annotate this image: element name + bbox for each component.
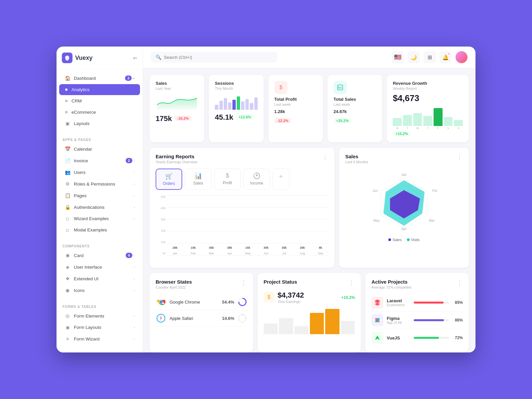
ui-icon: ◈ — [65, 264, 70, 270]
vuejs-logo — [371, 332, 383, 344]
earning-reports-card: Earning Reports Yearly Earnings Overview… — [150, 148, 334, 268]
sidebar-item-analytics[interactable]: Analytics — [59, 84, 140, 95]
notifications-button[interactable]: 🔔 4 — [440, 51, 452, 63]
bar-jun: 30k Jun — [258, 246, 274, 255]
project-growth-badge: +10.2% — [341, 295, 355, 300]
browser-menu-button[interactable]: ⋮ — [241, 279, 247, 286]
figma-logo — [371, 314, 383, 326]
tab-sales[interactable]: 📊 Sales — [185, 169, 211, 190]
tab-orders[interactable]: 🛒 Orders — [156, 169, 182, 190]
sidebar-item-form-layouts[interactable]: ▣ Form Layouts › — [59, 322, 140, 333]
notification-badge: 4 — [448, 53, 450, 55]
sales-dot — [388, 238, 391, 241]
radar-title: Sales — [345, 154, 368, 159]
chevron-icon: › — [134, 337, 135, 341]
sidebar-item-ecommerce[interactable]: eCommerce — [59, 107, 140, 118]
search-box[interactable]: 🔍 — [151, 52, 277, 63]
svg-text:Feb: Feb — [432, 189, 437, 193]
profit-tab-label: Profit — [223, 181, 232, 185]
sales-label: Sales — [156, 81, 198, 86]
lock-icon: 🔒 — [65, 204, 70, 210]
sessions-badge: +12.6% — [236, 114, 254, 120]
apps-button[interactable]: ⊞ — [424, 51, 436, 63]
user-avatar[interactable] — [456, 51, 467, 63]
sidebar-item-wizard[interactable]: ◻ Wizard Examples › — [59, 213, 140, 224]
sidebar-item-card[interactable]: ▣ Card 4 › — [59, 250, 140, 261]
svg-text:Jun: Jun — [372, 189, 378, 193]
sidebar-item-label: eCommerce — [71, 110, 135, 115]
sales-badge: -16.2% — [175, 116, 192, 121]
earning-header: Earning Reports Yearly Earnings Overview… — [156, 154, 329, 164]
chrome-icon — [156, 297, 166, 307]
sidebar-item-auth[interactable]: 🔒 Authentications › — [59, 201, 140, 213]
icons-icon: ◉ — [65, 288, 70, 293]
sidebar-item-roles[interactable]: ⚙ Roles & Permissions › — [59, 178, 140, 190]
theme-button[interactable]: 🌙 — [408, 51, 420, 63]
svg-text:May: May — [373, 219, 380, 222]
y-label: 40k — [156, 206, 166, 210]
browser-subtitle: Counter April 2022 — [156, 285, 192, 289]
sidebar-item-label: Icons — [74, 288, 134, 293]
sidebar-item-label: Modal Examples — [74, 227, 135, 232]
sidebar-item-invoice[interactable]: 📄 Invoice 2 › — [59, 155, 140, 166]
search-input[interactable] — [164, 55, 273, 60]
sidebar-item-modal[interactable]: ◻ Modal Examples — [59, 224, 140, 235]
sidebar-item-label: Form Elements — [74, 314, 134, 319]
income-tab-icon: 🕐 — [253, 172, 260, 180]
layout-icon: ▣ — [65, 121, 70, 126]
bar-jan: 28k Jan — [167, 246, 183, 255]
sidebar-item-extended[interactable]: ❖ Extended UI › — [59, 273, 140, 284]
sidebar-item-ui[interactable]: ◈ User Interface › — [59, 261, 140, 273]
tab-profit[interactable]: $ Profit — [214, 169, 241, 190]
earning-menu-button[interactable]: ⋮ — [322, 154, 329, 161]
sidebar-item-icons[interactable]: ◉ Icons › — [59, 285, 140, 296]
bar-chart-area: 50k 40k 30k 20k 10k 0k — [156, 195, 329, 262]
tab-income[interactable]: 🕐 Income — [243, 169, 270, 190]
collapse-button[interactable]: ⇐ — [133, 55, 137, 61]
radar-menu-button[interactable]: ⋮ — [457, 154, 463, 161]
users-icon: 👥 — [65, 170, 70, 175]
sidebar-item-pages[interactable]: 📋 Pages › — [59, 190, 140, 201]
project-status-menu[interactable]: ⋮ — [348, 279, 355, 286]
chevron-icon: › — [134, 159, 135, 163]
safari-pct: 14.6% — [221, 316, 234, 321]
active-projects-menu[interactable]: ⋮ — [457, 279, 463, 286]
svg-point-30 — [377, 320, 378, 321]
sidebar-item-dashboard[interactable]: 🏠 Dashboard 3 ▾ — [59, 72, 140, 84]
extended-icon: ❖ — [65, 276, 70, 281]
chevron-icon: › — [134, 254, 135, 257]
sessions-card: Sessions This Month — [209, 75, 263, 142]
language-button[interactable]: 🇺🇸 — [392, 51, 404, 63]
sidebar-item-label: Form Wizard — [74, 336, 134, 341]
sidebar-item-layouts[interactable]: ▣ Layouts — [59, 118, 140, 129]
revenue-days: M T W T F S S — [393, 127, 463, 130]
sidebar-item-users[interactable]: 👥 Users › — [59, 167, 140, 178]
laravel-type: Ecommerce — [387, 303, 410, 307]
tab-add[interactable]: + — [273, 169, 289, 190]
sidebar-item-crm[interactable]: CRM — [59, 95, 140, 106]
y-label: 20k — [156, 229, 166, 232]
legend-sales: Sales — [388, 238, 402, 242]
earning-tabs: 🛒 Orders 📊 Sales $ Profit 🕐 — [156, 169, 329, 190]
sidebar-item-label: Invoice — [74, 158, 126, 163]
browser-item-chrome: Google Chrome 54.4% — [156, 294, 247, 310]
project-laravel: Laravel Ecommerce 85% — [371, 294, 463, 312]
sidebar: Vuexy ⇐ 🏠 Dashboard 3 ▾ Analytics CRM — [57, 47, 143, 352]
form-layouts-icon: ▣ — [65, 325, 70, 330]
figma-type: App UI Kit — [387, 321, 410, 325]
project-status-title: Project Status — [264, 279, 297, 285]
active-projects-header: Active Projects Average 72% completed ⋮ — [371, 279, 463, 289]
bar-may: 15k May — [240, 246, 256, 255]
svg-point-24 — [239, 315, 246, 322]
dot-icon — [65, 111, 67, 113]
laravel-pct: 85% — [452, 300, 463, 305]
sidebar-item-form-wizard[interactable]: ≡ Form Wizard › — [59, 333, 140, 344]
logo-area: Vuexy ⇐ — [57, 47, 143, 69]
sidebar-item-label: Card — [74, 253, 126, 258]
vuejs-progress-bar — [414, 337, 449, 339]
safari-progress — [238, 314, 247, 323]
dot-icon — [65, 88, 67, 91]
sidebar-item-form-elements[interactable]: ◎ Form Elements › — [59, 310, 140, 322]
sidebar-item-calendar[interactable]: 📅 Calendar — [59, 143, 140, 155]
project-status-title-area: Project Status — [264, 279, 297, 285]
